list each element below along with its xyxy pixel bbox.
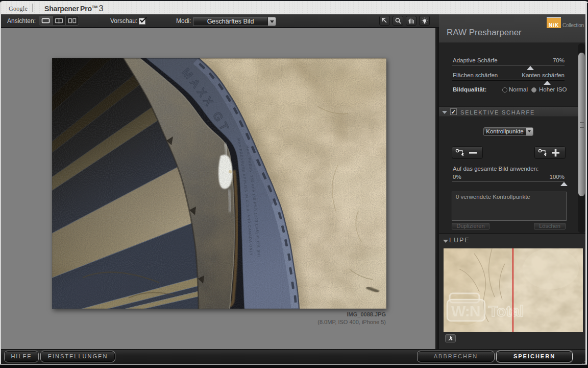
svg-text:W:N: W:N xyxy=(451,303,480,319)
svg-text:Total: Total xyxy=(488,303,524,319)
